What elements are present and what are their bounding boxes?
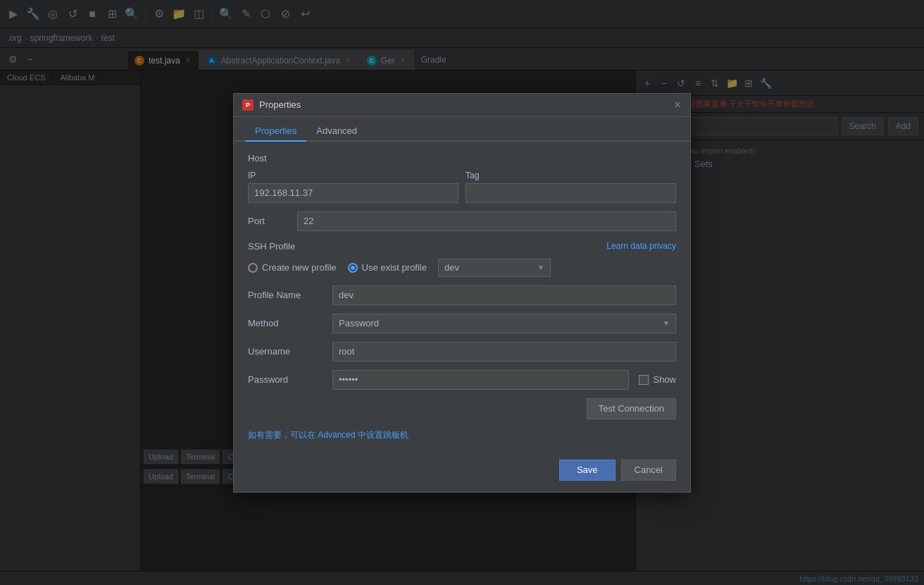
tag-label: Tag bbox=[466, 171, 676, 180]
method-value: Password bbox=[339, 318, 379, 328]
create-new-label: Create new profile bbox=[262, 262, 337, 273]
tag-input[interactable] bbox=[466, 183, 676, 203]
profile-dropdown[interactable]: dev ▼ bbox=[438, 259, 551, 277]
show-password-checkbox[interactable]: Show bbox=[639, 374, 676, 385]
password-input[interactable] bbox=[332, 370, 629, 390]
port-label: Port bbox=[248, 216, 290, 226]
profile-options: Create new profile Use exist profile dev… bbox=[248, 259, 676, 277]
port-row: Port bbox=[248, 211, 676, 231]
properties-dialog: P Properties × Properties Advanced Host … bbox=[233, 93, 691, 493]
profile-selected-value: dev bbox=[444, 262, 459, 273]
use-exist-profile-radio[interactable]: Use exist profile bbox=[348, 262, 427, 273]
create-new-profile-radio[interactable]: Create new profile bbox=[248, 262, 337, 273]
dialog-footer: Save Cancel bbox=[234, 452, 690, 492]
test-connection-button[interactable]: Test Connection bbox=[587, 398, 676, 419]
notice-text[interactable]: 如有需要，可以在 Advanced 中设置跳板机 bbox=[248, 430, 408, 440]
dropdown-arrow-icon: ▼ bbox=[537, 264, 544, 271]
cancel-button[interactable]: Cancel bbox=[621, 460, 676, 481]
dialog-body: Host IP 192.168.11.37 Tag Port SSH Profi… bbox=[234, 142, 690, 452]
use-exist-radio-btn bbox=[348, 263, 358, 273]
tag-col: Tag bbox=[466, 171, 676, 203]
method-select[interactable]: Password ▼ bbox=[332, 314, 676, 333]
show-label: Show bbox=[653, 374, 676, 385]
host-section-header: Host bbox=[248, 153, 676, 164]
password-row: Password Show bbox=[248, 370, 676, 390]
dialog-title-bar: P Properties × bbox=[234, 94, 690, 117]
dialog-close-button[interactable]: × bbox=[670, 98, 685, 112]
method-dropdown-arrow: ▼ bbox=[663, 319, 670, 327]
dialog-tabs: Properties Advanced bbox=[234, 117, 690, 142]
create-new-radio-btn bbox=[248, 263, 258, 273]
dialog-title-text: Properties bbox=[259, 99, 301, 110]
host-row: IP 192.168.11.37 Tag bbox=[248, 171, 676, 203]
ip-display: 192.168.11.37 bbox=[248, 183, 458, 203]
ip-label: IP bbox=[248, 171, 458, 180]
port-input[interactable] bbox=[297, 211, 676, 231]
ssh-profile-header: SSH Profile Learn data privacy bbox=[248, 241, 676, 252]
ssh-profile-label: SSH Profile bbox=[248, 241, 295, 252]
username-label: Username bbox=[248, 346, 325, 357]
tab-advanced[interactable]: Advanced bbox=[306, 121, 367, 142]
learn-privacy-link[interactable]: Learn data privacy bbox=[606, 241, 676, 251]
dialog-title-icon: P bbox=[242, 99, 254, 111]
password-label: Password bbox=[248, 374, 325, 385]
ip-col: IP 192.168.11.37 bbox=[248, 171, 458, 203]
method-label: Method bbox=[248, 318, 325, 328]
profile-name-row: Profile Name bbox=[248, 285, 676, 305]
tab-properties[interactable]: Properties bbox=[245, 121, 306, 142]
profile-name-input[interactable] bbox=[332, 285, 676, 305]
save-button[interactable]: Save bbox=[559, 460, 616, 481]
modal-overlay: P Properties × Properties Advanced Host … bbox=[0, 0, 924, 585]
profile-name-label: Profile Name bbox=[248, 290, 325, 300]
username-row: Username bbox=[248, 342, 676, 362]
test-connection-row: Test Connection bbox=[248, 398, 676, 419]
show-checkbox-box bbox=[639, 375, 649, 385]
username-input[interactable] bbox=[332, 342, 676, 362]
use-exist-label: Use exist profile bbox=[362, 262, 427, 273]
method-row: Method Password ▼ bbox=[248, 314, 676, 333]
